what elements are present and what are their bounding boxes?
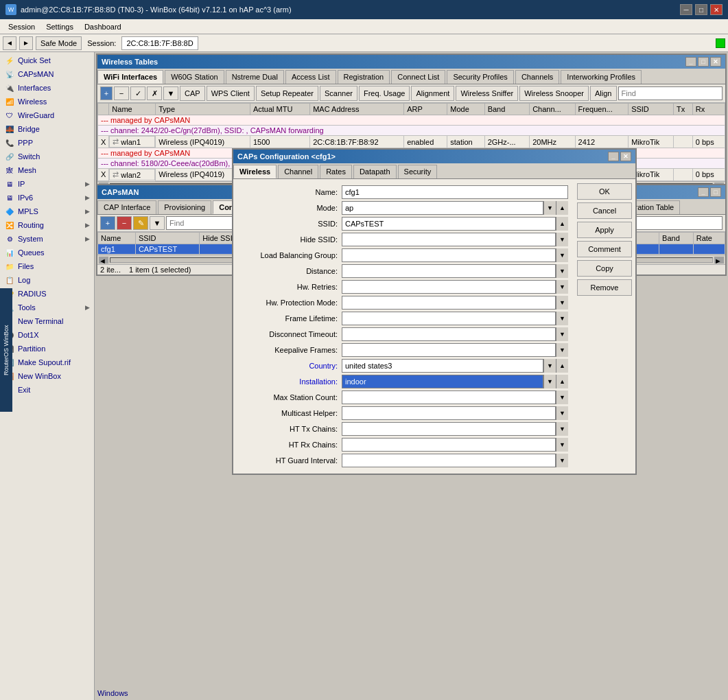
col-type[interactable]: Type [156,104,250,115]
ht-rx-chains-input[interactable] [342,438,556,452]
sidebar-item-system[interactable]: ⚙ System ▶ [0,232,94,246]
tab-w60g-station[interactable]: W60G Station [165,70,224,84]
align-button[interactable]: Align [590,86,616,101]
distance-dropdown-btn[interactable]: ▼ [556,264,568,278]
sidebar-item-tools[interactable]: 🔧 Tools ▶ [0,301,94,314]
sidebar-item-ipv6[interactable]: 🖥 IPv6 ▶ [0,191,94,205]
hide-ssid-dropdown-btn[interactable]: ▼ [556,233,568,246]
installation-dropdown-btn[interactable]: ▼ [543,375,556,388]
sidebar-item-ip[interactable]: 🖥 IP ▶ [0,177,94,191]
country-dropdown[interactable]: united states3 [342,359,543,373]
forward-button[interactable]: ► [19,36,33,50]
tab-connect-list[interactable]: Connect List [391,70,445,84]
caps-max-btn[interactable]: □ [710,187,721,197]
country-dropdown-btn[interactable]: ▼ [543,359,556,373]
mode-up-btn[interactable]: ▲ [556,201,568,215]
ht-guard-interval-dropdown-btn[interactable]: ▼ [556,454,568,467]
wireless-sniffer-button[interactable]: Wireless Sniffer [456,86,518,101]
disable-button[interactable]: ✗ [147,86,162,100]
remove-button[interactable]: − [114,86,129,100]
max-station-dropdown-btn[interactable]: ▼ [556,390,568,404]
setup-repeater-button[interactable]: Setup Repeater [256,86,318,101]
alignment-button[interactable]: Alignment [411,86,454,101]
sidebar-item-radius[interactable]: 🔐 RADIUS [0,287,94,301]
wt-maximize-btn[interactable]: □ [698,57,709,67]
dialog-min-btn[interactable]: _ [608,152,619,161]
name-input[interactable] [342,185,568,199]
sidebar-item-bridge[interactable]: 🌉 Bridge [0,122,94,136]
col-name[interactable]: Name [109,104,156,115]
scanner-button[interactable]: Scanner [320,86,357,101]
caps-col-ssid[interactable]: SSID [135,233,199,244]
hw-protection-dropdown-btn[interactable]: ▼ [556,296,568,310]
sidebar-item-queues[interactable]: 📊 Queues [0,246,94,259]
hide-ssid-input[interactable] [342,233,556,246]
minimize-button[interactable]: ─ [680,4,692,15]
ht-tx-chains-input[interactable] [342,422,556,436]
maximize-button[interactable]: □ [695,4,707,15]
wt-close-btn[interactable]: ✕ [710,57,721,67]
mode-dropdown[interactable]: ap [342,201,543,215]
caps-min-btn[interactable]: _ [698,187,709,197]
frame-lifetime-input[interactable] [342,312,556,325]
col-name[interactable] [98,104,109,115]
tab-security[interactable]: Security [398,165,438,178]
table-row[interactable]: X ⇄wlan1 Wireless (IPQ4019) 1500 2C:C8:1… [98,136,725,148]
tab-rates[interactable]: Rates [320,165,352,178]
ht-rx-chains-dropdown-btn[interactable]: ▼ [556,438,568,452]
tab-channels[interactable]: Channels [515,70,559,84]
max-station-input[interactable] [342,390,556,404]
sidebar-item-interfaces[interactable]: 🔌 Interfaces [0,81,94,95]
caps-filter-btn[interactable]: ▼ [150,216,165,230]
ok-button[interactable]: OK [577,183,632,200]
multicast-helper-dropdown-btn[interactable]: ▼ [556,406,568,420]
hw-retries-input[interactable] [342,280,556,294]
col-mac[interactable]: MAC Address [310,104,404,115]
sidebar-item-routing[interactable]: 🔀 Routing ▶ [0,218,94,232]
tab-registration[interactable]: Registration [338,70,390,84]
sidebar-item-exit[interactable]: 🚪 Exit [0,383,94,397]
col-rx[interactable]: Rx [692,104,725,115]
country-up-btn[interactable]: ▲ [556,359,568,373]
sidebar-item-wireguard[interactable]: 🛡 WireGuard [0,108,94,122]
sidebar-item-switch[interactable]: 🔗 Switch [0,150,94,163]
safe-mode-button[interactable]: Safe Mode [36,36,82,50]
mode-dropdown-btn[interactable]: ▼ [543,201,556,215]
sidebar-item-mpls[interactable]: 🔷 MPLS ▶ [0,205,94,218]
close-button[interactable]: ✕ [710,4,723,15]
sidebar-item-new-terminal[interactable]: 🖥 New Terminal [0,314,94,328]
tab-security-profiles[interactable]: Security Profiles [447,70,513,84]
tab-provisioning[interactable]: Provisioning [158,200,211,214]
menu-session[interactable]: Session [3,21,40,32]
add-button[interactable]: + [100,86,113,100]
sidebar-item-mesh[interactable]: 🕸 Mesh [0,163,94,177]
col-ssid[interactable]: SSID [629,104,674,115]
keepalive-frames-input[interactable] [342,343,556,357]
load-bal-input[interactable] [342,248,556,262]
tab-interworking-profiles[interactable]: Interworking Profiles [561,70,642,84]
col-arp[interactable]: ARP [404,104,447,115]
disconnect-timeout-input[interactable] [342,327,556,341]
hw-protection-input[interactable] [342,296,556,310]
load-bal-dropdown-btn[interactable]: ▼ [556,248,568,262]
sidebar-item-log[interactable]: 📋 Log [0,273,94,287]
installation-value[interactable]: indoor [342,375,543,388]
remove-button[interactable]: Remove [577,279,632,296]
caps-col-name[interactable]: Name [98,233,136,244]
sidebar-item-wireless[interactable]: 📶 Wireless [0,95,94,108]
wireless-snooper-button[interactable]: Wireless Snooper [519,86,589,101]
ssid-input[interactable] [342,217,556,231]
menu-settings[interactable]: Settings [40,21,79,32]
freq-usage-button[interactable]: Freq. Usage [359,86,410,101]
menu-dashboard[interactable]: Dashboard [79,21,127,32]
disconnect-timeout-dropdown-btn[interactable]: ▼ [556,327,568,341]
caps-col-rate[interactable]: Rate [693,233,725,244]
tab-datapath[interactable]: Datapath [353,165,397,178]
ht-tx-chains-dropdown-btn[interactable]: ▼ [556,422,568,436]
ssid-up-btn[interactable]: ▲ [556,217,568,231]
tab-cap-interface[interactable]: CAP Interface [97,200,156,214]
sidebar-item-capsman[interactable]: 📡 CAPsMAN [0,67,94,81]
windows-label[interactable]: Windows [97,689,128,697]
tab-access-list[interactable]: Access List [285,70,336,84]
copy-button[interactable]: Copy [577,260,632,277]
